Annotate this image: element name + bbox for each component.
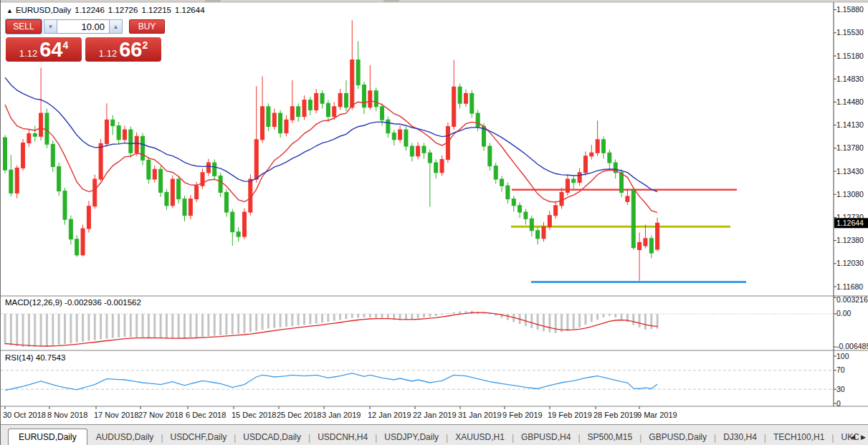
candle-body: [386, 120, 390, 133]
buy-price-pipette: 2: [142, 39, 148, 51]
candle-body: [261, 107, 264, 140]
candle-body: [308, 100, 312, 110]
tabs-scroll-left-icon[interactable]: ◀: [850, 434, 855, 441]
price-axis-label: 1.12380: [836, 236, 864, 244]
candle-body: [177, 179, 181, 199]
macd-axis-label: 0.00: [836, 309, 852, 317]
price-axis-label: 1.14480: [836, 97, 864, 106]
tab-eurusd-daily[interactable]: EURUSD,Daily: [8, 429, 87, 445]
rsi-axis-label: 30: [836, 385, 845, 393]
candle-body: [117, 126, 120, 140]
candle-body: [363, 85, 366, 107]
price-axis-label: 1.14130: [836, 120, 864, 129]
date-axis-label: 25 Dec 2018: [277, 411, 321, 419]
tab-sp500-m15[interactable]: SP500,M15: [581, 429, 640, 445]
date-axis-label: 30 Oct 2018: [3, 411, 46, 419]
chart-canvas: 1.158801.155301.151801.148301.144801.141…: [1, 0, 868, 424]
tabs-scroll-right-icon[interactable]: ▶: [861, 434, 866, 441]
volume-input[interactable]: [57, 19, 109, 34]
candle-body: [135, 136, 138, 153]
candle-body: [428, 153, 431, 163]
candle-body: [9, 170, 13, 193]
rsi-indicator-label: RSI(14) 40.7543: [5, 353, 65, 362]
chart-tabs: EURUSD,DailyAUDUSD,Daily|USDCHF,Daily|US…: [1, 425, 867, 445]
date-axis-label: 17 Nov 2018: [94, 411, 138, 419]
macd-signal-line: [5, 312, 657, 346]
candle-body: [290, 107, 294, 120]
candle-body: [542, 226, 545, 239]
candle-body: [27, 134, 31, 143]
volume-decrease-button[interactable]: ▼: [44, 19, 57, 34]
candle-body: [237, 232, 240, 236]
tab-dj30-h4[interactable]: DJ30,H4: [716, 429, 764, 445]
candle-body: [649, 239, 653, 253]
current-price-badge-text: 1.12644: [836, 219, 864, 227]
candle-body: [302, 100, 306, 117]
candle-body: [626, 196, 629, 201]
rsi-axis-label: 0: [836, 399, 841, 408]
tab-scroll-arrows: ◀ ▶: [850, 434, 866, 441]
candle-body: [518, 206, 522, 212]
candle-body: [81, 229, 85, 255]
candle-body: [279, 113, 282, 133]
sell-button[interactable]: SELL: [6, 19, 42, 34]
tab-audusd-daily[interactable]: AUDUSD,Daily: [89, 429, 161, 445]
candle-body: [590, 153, 593, 156]
candle-body: [464, 93, 467, 103]
candle-body: [440, 159, 444, 172]
candle-body: [99, 143, 102, 179]
candle-body: [22, 143, 25, 168]
date-axis-label: 9 Mar 2019: [637, 411, 677, 419]
candle-body: [63, 191, 67, 220]
candle-body: [206, 163, 210, 173]
price-axis-label: 1.13430: [836, 167, 864, 176]
candle-body: [338, 93, 342, 106]
candle-body: [224, 192, 228, 212]
candle-body: [488, 146, 492, 166]
tab-tech100-h1[interactable]: TECH100,H1: [766, 429, 831, 445]
candle-body: [75, 239, 79, 255]
candle-body: [183, 199, 186, 216]
candle-body: [416, 146, 420, 156]
candle-body: [272, 113, 276, 126]
rsi-axis-label: 100: [836, 352, 849, 360]
candle-body: [602, 140, 606, 153]
candle-body: [57, 167, 61, 191]
candle-body: [422, 146, 426, 153]
date-axis-label: 19 Feb 2019: [548, 411, 592, 419]
buy-price-button[interactable]: 1.12 66 2: [85, 37, 161, 62]
tab-usdcnh-h4[interactable]: USDCNH,H4: [310, 429, 375, 445]
price-axis-label: 1.15880: [836, 5, 864, 14]
sell-price-button[interactable]: 1.12 64 4: [6, 37, 82, 62]
candle-body: [560, 192, 563, 205]
candle-body: [350, 60, 354, 107]
candle-body: [620, 173, 624, 193]
tab-usdchf-daily[interactable]: USDCHF,Daily: [163, 429, 234, 445]
candle-body: [123, 130, 127, 140]
volume-increase-button[interactable]: ▲: [109, 19, 123, 34]
date-axis-label: 28 Feb 2019: [593, 411, 638, 419]
tab-usdjpy-daily[interactable]: USDJPY,Daily: [377, 429, 446, 445]
tab-gbpusd-daily[interactable]: GBPUSD,Daily: [642, 429, 714, 445]
candle-body: [368, 91, 372, 107]
candle-body: [494, 166, 497, 179]
candle-body: [165, 192, 168, 205]
candle-body: [470, 93, 474, 113]
buy-button[interactable]: BUY: [129, 19, 165, 34]
candle-body: [51, 144, 54, 166]
tab-usdcad-daily[interactable]: USDCAD,Daily: [236, 429, 308, 445]
tab-gbpusd-h4[interactable]: GBPUSD,H4: [514, 429, 578, 445]
price-axis-label: 1.11680: [836, 282, 863, 291]
tab-xauusd-h1[interactable]: XAUUSD,H1: [448, 429, 512, 445]
candle-body: [631, 190, 635, 248]
macd-axis-label: 0.003216: [836, 295, 868, 304]
collapse-triangle-icon[interactable]: ▲: [6, 7, 13, 14]
candle-body: [506, 186, 510, 198]
date-axis-label: 3 Jan 2019: [322, 411, 361, 419]
candle-body: [333, 107, 336, 117]
candle-body: [566, 179, 569, 192]
candle-body: [189, 199, 192, 216]
price-axis-label: 1.12030: [836, 259, 864, 267]
candle-body: [315, 93, 318, 110]
price-axis-label: 1.14830: [836, 75, 864, 83]
